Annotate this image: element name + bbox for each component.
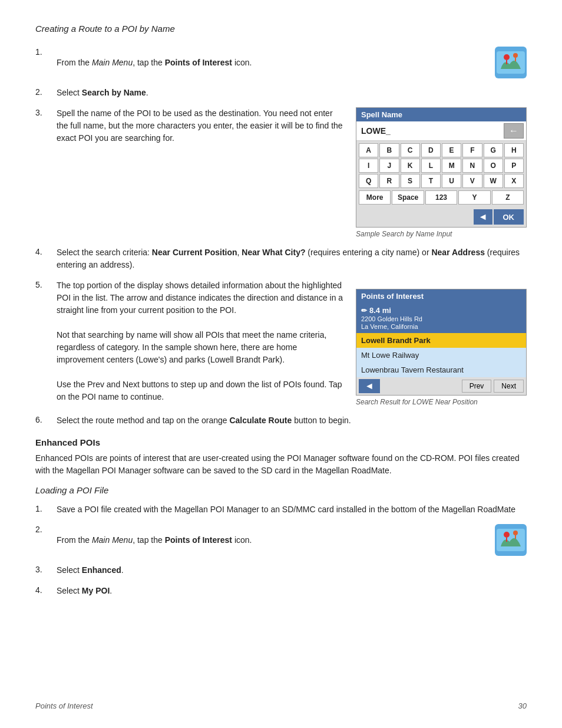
key-R[interactable]: R	[379, 174, 399, 188]
substep-1-num: 1.	[35, 503, 57, 513]
step-3-text: Spell the name of the POI to be used as …	[57, 107, 344, 144]
steps-list: 1. From the Main Menu, tap the Points of…	[35, 47, 527, 427]
poi-result-lowell[interactable]: Lowell Brandt Park	[356, 333, 526, 348]
key-I[interactable]: I	[359, 159, 378, 173]
spell-caption: Sample Search by Name Input	[356, 230, 452, 238]
spell-name-title: Spell Name	[356, 108, 526, 121]
enhanced-pois-description: Enhanced POIs are points of interest tha…	[35, 452, 527, 477]
spell-keyboard: A B C D E F G H I J K L M N O	[356, 141, 526, 190]
substep-4-num: 4.	[35, 585, 57, 595]
svg-point-8	[504, 532, 510, 538]
spell-ok-button[interactable]: OK	[494, 209, 524, 225]
substep-4-text: Select My POI.	[57, 585, 527, 597]
step-1: 1. From the Main Menu, tap the Points of…	[35, 47, 527, 78]
footer-right: 30	[518, 701, 527, 710]
key-U[interactable]: U	[442, 174, 461, 188]
poi-address-line2: La Verne, California	[361, 323, 521, 330]
spell-ok-row: ◄ OK	[356, 207, 526, 227]
key-O[interactable]: O	[484, 159, 503, 173]
poi-result-mt-lowe[interactable]: Mt Lowe Railway	[356, 348, 526, 363]
key-123[interactable]: 123	[425, 190, 457, 205]
poi-results-side: Points of Interest ✏ 8.4 mi 2200 Golden …	[356, 279, 527, 406]
key-H[interactable]: H	[504, 143, 524, 157]
step-6-text: Select the route method and tap on the o…	[57, 414, 527, 427]
step-4: 4. Select the search criteria: Near Curr…	[35, 246, 527, 271]
key-N[interactable]: N	[462, 159, 482, 173]
poi-result-lowenbrau[interactable]: Lowenbrau Tavern Restaurant	[356, 363, 526, 377]
poi-results-caption: Search Result for LOWE Near Position	[356, 398, 478, 406]
key-L[interactable]: L	[421, 159, 441, 173]
step-2-text: Select Search by Name.	[57, 87, 527, 99]
key-space[interactable]: Space	[392, 190, 424, 205]
step-4-text: Select the search criteria: Near Current…	[57, 246, 527, 271]
poi-distance: ✏ 8.4 mi	[361, 306, 521, 315]
key-Z[interactable]: Z	[492, 190, 524, 205]
spell-input-value: LOWE_	[359, 126, 504, 136]
key-F[interactable]: F	[462, 143, 482, 157]
key-Q[interactable]: Q	[359, 174, 378, 188]
key-W[interactable]: W	[484, 174, 503, 188]
poi-back-button[interactable]: ◄	[359, 379, 380, 393]
step-3: 3. Spell the name of the POI to be used …	[35, 107, 527, 238]
key-B[interactable]: B	[379, 143, 399, 157]
substep-3-text: Select Enhanced.	[57, 564, 527, 577]
poi-result-top: ✏ 8.4 mi 2200 Golden Hills Rd La Verne, …	[356, 303, 526, 333]
key-S[interactable]: S	[401, 174, 420, 188]
enhanced-pois-heading: Enhanced POIs	[35, 437, 527, 447]
svg-point-2	[504, 54, 510, 60]
substep-3-num: 3.	[35, 564, 57, 574]
spell-input-row: LOWE_ ←	[356, 121, 526, 141]
poi-results-ui: Points of Interest ✏ 8.4 mi 2200 Golden …	[356, 289, 527, 396]
key-K[interactable]: K	[401, 159, 420, 173]
substep-2-text: From the Main Menu, tap the Points of In…	[57, 534, 252, 546]
step-1-num: 1.	[35, 47, 57, 57]
substep-3: 3. Select Enhanced.	[35, 564, 527, 577]
key-M[interactable]: M	[442, 159, 461, 173]
key-more[interactable]: More	[359, 190, 391, 205]
step-1-text: From the Main Menu, tap the Points of In…	[57, 57, 252, 69]
poi-prev-button[interactable]: Prev	[462, 380, 492, 393]
substep-2: 2. From the Main Menu, tap the Points of…	[35, 524, 527, 556]
footer-left: Points of Interest	[35, 701, 93, 710]
key-G[interactable]: G	[484, 143, 503, 157]
key-A[interactable]: A	[359, 143, 378, 157]
poi-address-line1: 2200 Golden Hills Rd	[361, 315, 521, 322]
substep-2-num: 2.	[35, 524, 57, 534]
step-2: 2. Select Search by Name.	[35, 87, 527, 99]
spell-name-ui: Spell Name LOWE_ ← A B C D E F G H	[356, 107, 527, 228]
step-5-num: 5.	[35, 279, 57, 289]
key-C[interactable]: C	[401, 143, 420, 157]
pencil-icon: ✏	[361, 307, 367, 315]
poi-icon-1	[495, 47, 527, 78]
svg-point-10	[513, 531, 518, 535]
page-footer: Points of Interest 30	[35, 701, 527, 710]
poi-results-title: Points of Interest	[356, 289, 526, 303]
spell-backspace-button[interactable]: ←	[504, 123, 524, 139]
step-5-text: The top portion of the display shows det…	[57, 279, 344, 403]
spell-back-button[interactable]: ◄	[474, 209, 492, 225]
step-6-num: 6.	[35, 414, 57, 424]
key-X[interactable]: X	[504, 174, 524, 188]
loading-poi-title: Loading a POI File	[35, 485, 527, 495]
key-E[interactable]: E	[442, 143, 461, 157]
key-D[interactable]: D	[421, 143, 441, 157]
svg-point-4	[513, 53, 518, 58]
key-Y[interactable]: Y	[458, 190, 490, 205]
key-J[interactable]: J	[379, 159, 399, 173]
svg-rect-7	[497, 529, 525, 551]
poi-nav-row: ◄ Prev Next	[356, 377, 526, 395]
step-3-num: 3.	[35, 107, 57, 117]
substep-4: 4. Select My POI.	[35, 585, 527, 597]
key-T[interactable]: T	[421, 174, 441, 188]
step-6: 6. Select the route method and tap on th…	[35, 414, 527, 427]
key-P[interactable]: P	[504, 159, 524, 173]
poi-icon-2	[495, 524, 527, 556]
step-2-num: 2.	[35, 87, 57, 97]
svg-rect-1	[497, 51, 525, 74]
key-V[interactable]: V	[462, 174, 482, 188]
page-title: Creating a Route to a POI by Name	[35, 24, 527, 34]
poi-next-button[interactable]: Next	[494, 380, 524, 393]
step-4-num: 4.	[35, 246, 57, 256]
step-5: 5. The top portion of the display shows …	[35, 279, 527, 406]
substep-1-text: Save a POI file created with the Magella…	[57, 503, 527, 516]
